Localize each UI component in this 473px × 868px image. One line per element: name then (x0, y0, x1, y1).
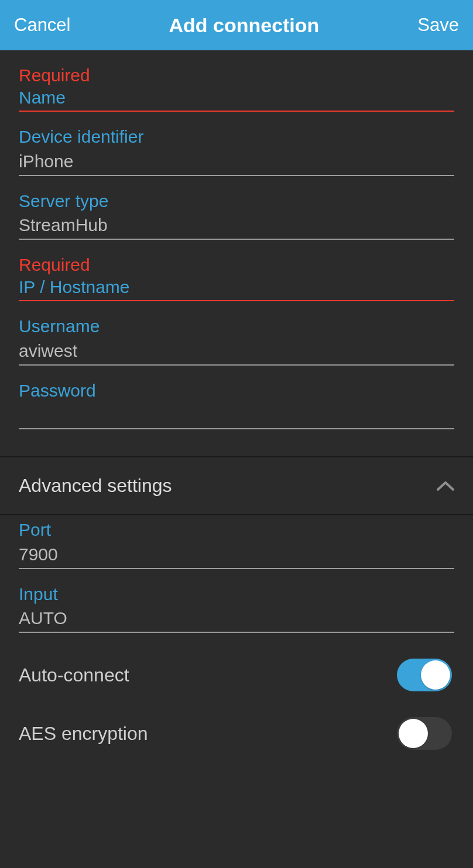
name-label: Name (19, 87, 454, 109)
cancel-button[interactable]: Cancel (14, 15, 71, 36)
aes-encryption-label: AES encryption (19, 723, 148, 745)
advanced-settings-toggle[interactable]: Advanced settings (0, 457, 473, 514)
input-value: AUTO (19, 607, 454, 629)
required-tag: Required (19, 254, 454, 276)
connection-form: Required Name Device identifier iPhone S… (0, 50, 473, 429)
page-title: Add connection (169, 14, 319, 37)
field-underline (19, 111, 454, 112)
password-field[interactable]: Password (19, 380, 454, 430)
port-field[interactable]: Port 7900 (19, 519, 454, 569)
device-identifier-label: Device identifier (19, 126, 454, 148)
server-type-field[interactable]: Server type StreamHub (19, 190, 454, 240)
toggle-knob (399, 719, 428, 748)
server-type-value: StreamHub (19, 214, 454, 236)
auto-connect-label: Auto-connect (19, 664, 129, 686)
field-underline (19, 175, 454, 176)
save-button[interactable]: Save (417, 15, 459, 36)
advanced-settings-body: Port 7900 Input AUTO Auto-connect AES en… (0, 519, 473, 750)
port-label: Port (19, 519, 454, 541)
ip-hostname-field[interactable]: Required IP / Hostname (19, 254, 454, 301)
field-underline (19, 300, 454, 301)
password-label: Password (19, 380, 454, 402)
device-identifier-value: iPhone (19, 150, 454, 173)
input-label: Input (19, 583, 454, 605)
ip-hostname-label: IP / Hostname (19, 276, 454, 298)
device-identifier-field[interactable]: Device identifier iPhone (19, 126, 454, 176)
input-field[interactable]: Input AUTO (19, 583, 454, 633)
field-underline (19, 632, 454, 633)
server-type-label: Server type (19, 190, 454, 212)
field-underline (19, 364, 454, 366)
required-tag: Required (19, 64, 454, 87)
field-underline (19, 239, 454, 240)
navbar: Cancel Add connection Save (0, 0, 473, 50)
username-label: Username (19, 315, 454, 337)
toggle-knob (421, 660, 450, 690)
username-field[interactable]: Username aviwest (19, 315, 454, 366)
auto-connect-toggle[interactable] (397, 659, 452, 691)
name-field[interactable]: Required Name (19, 64, 454, 112)
field-underline (19, 428, 454, 429)
auto-connect-row: Auto-connect (19, 659, 454, 691)
aes-encryption-row: AES encryption (19, 717, 454, 750)
chevron-up-icon (437, 481, 454, 491)
field-underline (19, 568, 454, 569)
advanced-settings-title: Advanced settings (19, 475, 172, 497)
section-divider (0, 514, 473, 515)
aes-encryption-toggle[interactable] (397, 717, 452, 750)
port-value: 7900 (19, 543, 454, 566)
username-value: aviwest (19, 340, 454, 362)
password-value (19, 404, 454, 426)
